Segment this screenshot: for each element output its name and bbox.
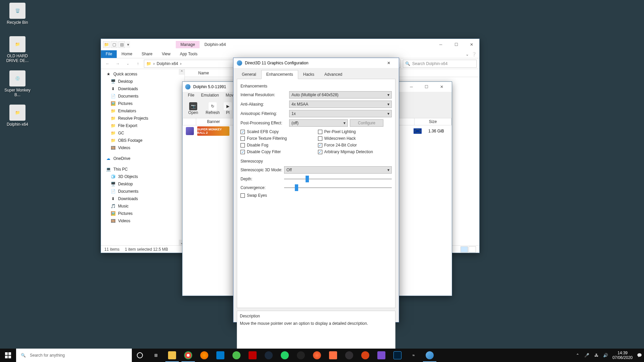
nav-music[interactable]: 🎵Music (101, 202, 184, 210)
ribbon-tab-file[interactable]: File (101, 50, 117, 58)
taskbar-app-obs[interactable] (341, 349, 357, 362)
checkbox-disable-fog[interactable]: Disable Fog (240, 143, 315, 147)
nav-pictures-2[interactable]: 🖼️Pictures (101, 210, 184, 217)
task-view-button[interactable]: ⊞ (148, 349, 164, 362)
taskbar-app-chrome[interactable] (180, 349, 196, 362)
taskbar-search[interactable]: 🔍 Search for anything (16, 349, 132, 362)
ribbon-tab-view[interactable]: View (157, 50, 175, 58)
qat-dropdown-icon[interactable]: ▾ (126, 41, 130, 48)
view-details-button[interactable] (461, 246, 468, 252)
taskbar-app-explorer[interactable] (164, 349, 180, 362)
nav-3d-objects[interactable]: 🧊3D Objects (101, 173, 184, 180)
taskbar-app-media[interactable] (293, 349, 309, 362)
breadcrumb-segment[interactable]: Dolphin-x64 (157, 61, 178, 66)
nav-desktop[interactable]: 🖥️Desktop (101, 78, 184, 85)
nav-documents-2[interactable]: 📄Documents (101, 188, 184, 195)
nav-history-dropdown[interactable]: ⌄ (124, 60, 132, 68)
checkbox-arbitrary-mipmap[interactable]: ✓Arbitrary Mipmap Detection (318, 149, 392, 154)
nav-downloads[interactable]: ⬇Downloads (101, 85, 184, 93)
ribbon-tab-home[interactable]: Home (117, 50, 137, 58)
nav-videos-2[interactable]: 🎞️Videos (101, 217, 184, 225)
tray-overflow-button[interactable]: ⌃ (575, 353, 580, 358)
microphone-icon[interactable]: 🎤 (584, 353, 590, 358)
checkbox-widescreen-hack[interactable]: Widescreen Hack (318, 136, 392, 141)
slider-thumb[interactable] (295, 184, 298, 191)
minimize-button[interactable]: ─ (404, 82, 419, 92)
contextual-tab-manage[interactable]: Manage (176, 41, 200, 48)
ribbon-tab-share[interactable]: Share (137, 50, 157, 58)
checkbox-force-24bit-color[interactable]: ✓Force 24-Bit Color (318, 143, 392, 147)
maximize-button[interactable]: ☐ (448, 39, 464, 50)
nav-up-button[interactable]: ↑ (134, 60, 142, 68)
taskbar-clock[interactable]: 14:39 07/06/2020 (612, 351, 633, 360)
toolbar-refresh-button[interactable]: ↻Refresh (203, 101, 222, 117)
column-name[interactable]: Name (194, 71, 213, 75)
maximize-button[interactable]: ☐ (419, 82, 434, 92)
nav-pictures[interactable]: 🖼️Pictures (101, 100, 184, 107)
taskbar-app-dolphin[interactable] (422, 349, 438, 362)
tab-advanced[interactable]: Advanced (319, 70, 347, 79)
taskbar-app-green[interactable] (228, 349, 245, 362)
dialog-titlebar[interactable]: Direct3D 11 Graphics Configuration ✕ (233, 58, 399, 68)
nav-desktop-2[interactable]: 🖥️Desktop (101, 180, 184, 188)
taskbar-app-firefox[interactable] (196, 349, 212, 362)
anti-aliasing-select[interactable]: 4x MSAA▾ (289, 101, 392, 108)
nav-resolve[interactable]: 📁Resolve Projects (101, 115, 184, 122)
folder-icon[interactable]: 📁 (103, 41, 110, 48)
nav-gc[interactable]: 📁GC (101, 129, 184, 137)
new-folder-icon[interactable]: ▤ (118, 41, 125, 48)
toolbar-play-button[interactable]: ▶Pl (223, 101, 233, 117)
nav-quick-access[interactable]: ★Quick access (101, 70, 184, 78)
scroll-up-button[interactable]: ⌃ (179, 69, 184, 75)
taskbar-app-amazon-music[interactable] (373, 349, 389, 362)
nav-documents[interactable]: 📄Documents (101, 93, 184, 100)
close-button[interactable]: ✕ (382, 58, 395, 68)
taskbar-app-photoshop[interactable] (389, 349, 406, 362)
checkbox-per-pixel-lighting[interactable]: Per-Pixel Lighting (318, 129, 392, 134)
taskbar-app-red[interactable] (357, 349, 373, 362)
nav-emulators[interactable]: 📁Emulators (101, 107, 184, 115)
checkbox-force-texture-filtering[interactable]: Force Texture Filtering (240, 136, 315, 141)
taskbar-app-orange[interactable] (325, 349, 341, 362)
nav-this-pc[interactable]: 💻This PC (101, 166, 184, 173)
desktop-icon-recycle-bin[interactable]: 🗑️ Recycle Bin (4, 3, 31, 25)
nav-obs[interactable]: 📁OBS Footage (101, 137, 184, 144)
desktop-icon-super-monkey[interactable]: 💿 Super Monkey B... (4, 70, 31, 98)
column-banner[interactable]: Banner (196, 118, 231, 125)
checkbox-scaled-efb-copy[interactable]: ✓Scaled EFB Copy (240, 129, 315, 134)
depth-slider[interactable] (284, 176, 392, 182)
search-input[interactable]: 🔍 Search Dolphin-x64 (403, 60, 477, 68)
taskbar-app-filezilla[interactable] (245, 349, 261, 362)
ribbon-expand-icon[interactable]: ⌄ (466, 52, 469, 57)
post-processing-select[interactable]: (off)▾ (289, 119, 348, 127)
close-button[interactable]: ✕ (434, 82, 449, 92)
properties-icon[interactable]: ▢ (111, 41, 117, 48)
anisotropic-select[interactable]: 1x▾ (289, 110, 392, 117)
help-icon[interactable]: ❔ (472, 52, 477, 57)
taskbar-app-steam[interactable] (261, 349, 277, 362)
menu-file[interactable]: File (184, 92, 198, 99)
convergence-slider[interactable] (284, 184, 392, 191)
stereo-mode-select[interactable]: Off▾ (284, 166, 392, 174)
nav-back-button[interactable]: ← (104, 60, 112, 68)
internal-resolution-select[interactable]: Auto (Multiple of 640x528)▾ (289, 91, 392, 99)
view-large-icons-button[interactable] (469, 246, 476, 252)
nav-fileexport[interactable]: 📁File Export (101, 122, 184, 129)
toolbar-open-button[interactable]: 📷Open (184, 101, 203, 117)
menu-emulation[interactable]: Emulation (198, 92, 222, 99)
taskbar-app-whatsapp[interactable] (277, 349, 293, 362)
taskbar-app-white[interactable]: ≈ (406, 349, 422, 362)
cortana-button[interactable] (132, 349, 148, 362)
desktop-icon-dolphin[interactable]: 📁 Dolphin-x64 (4, 105, 31, 127)
desktop-icon-old-hdd[interactable]: 📁 OLD HARD DRIVE DE... (4, 36, 31, 63)
nav-videos[interactable]: 🎞️Videos (101, 144, 184, 152)
notifications-button[interactable]: 💬 (637, 353, 642, 358)
start-button[interactable] (0, 349, 16, 362)
nav-onedrive[interactable]: ☁OneDrive (101, 155, 184, 162)
minimize-button[interactable]: ─ (433, 39, 448, 50)
nav-forward-button[interactable]: → (114, 60, 122, 68)
column-size[interactable]: Size (415, 118, 451, 125)
slider-thumb[interactable] (306, 176, 309, 182)
nav-downloads-2[interactable]: ⬇Downloads (101, 195, 184, 202)
explorer-titlebar[interactable]: 📁 ▢ ▤ ▾ Manage Dolphin-x64 ─ ☐ ✕ (101, 39, 479, 50)
